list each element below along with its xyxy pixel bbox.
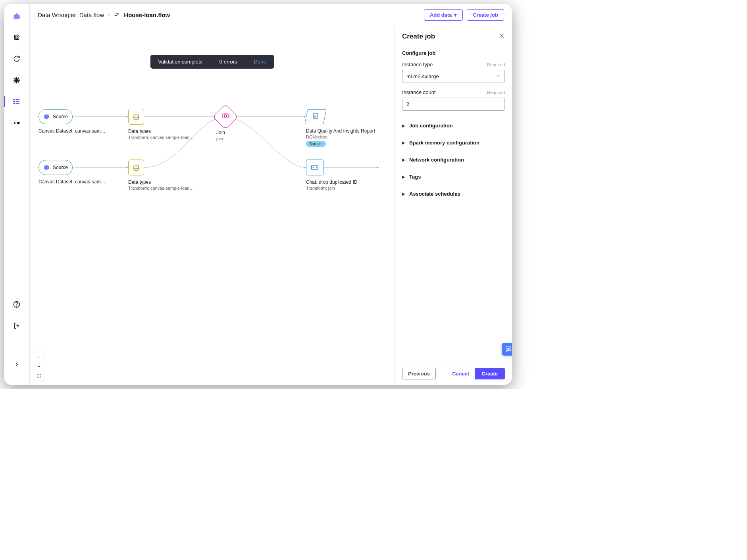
instance-type-required: Required (487, 62, 505, 67)
chevron-down-icon (496, 73, 501, 79)
node-types-2-title: Data types (128, 179, 196, 185)
instance-count-input[interactable] (406, 101, 501, 107)
instance-type-value: ml.m5.4xlarge (406, 73, 439, 79)
accordion-job-config[interactable]: ▶Job configuration (402, 117, 505, 134)
node-types-1[interactable]: Data types Transform: canvas-sample-loan… (128, 109, 208, 140)
venn-icon (221, 112, 230, 122)
close-icon[interactable] (499, 33, 505, 40)
dots-icon[interactable] (12, 118, 21, 128)
node-source-2-label: Source (53, 165, 68, 170)
accordion-tags[interactable]: ▶Tags (402, 168, 505, 185)
node-dqi-title: Data Quality And Insights Report (306, 128, 385, 134)
create-job-button[interactable]: Create job (467, 9, 504, 21)
node-chat-sub: Transform: join (306, 186, 374, 191)
node-dqi-sub: DQI-before (306, 135, 374, 139)
panel-title: Create job (402, 33, 435, 40)
svg-rect-19 (312, 165, 318, 170)
node-dqi[interactable]: Data Quality And Insights Report DQI-bef… (306, 109, 385, 147)
report-icon (312, 112, 319, 121)
instance-type-select[interactable]: ml.m5.4xlarge (402, 70, 505, 83)
caret-right-icon: ▶ (402, 123, 405, 128)
previous-button[interactable]: Previous (402, 368, 436, 379)
add-data-button[interactable]: Add data▾ (424, 9, 463, 21)
accordion-schedules-label: Associate schedules (409, 191, 460, 197)
zoom-out-button[interactable]: − (34, 362, 44, 371)
refresh-icon[interactable] (12, 54, 21, 64)
accordion-schedules[interactable]: ▶Associate schedules (402, 185, 505, 202)
node-chat-title: Chat: drop duplicated ID (306, 179, 374, 185)
loop-icon (310, 163, 319, 172)
svg-point-14 (134, 114, 139, 116)
svg-rect-0 (15, 35, 19, 40)
cancel-button[interactable]: Cancel (452, 371, 469, 377)
accordion-tags-label: Tags (409, 174, 421, 180)
validation-toast: Validation complete 0 errors Done (150, 55, 274, 69)
toast-message: Validation complete (158, 59, 203, 65)
node-source-2-sub: Canvas Dataset: canvas-sample-loans-… (39, 179, 106, 185)
left-nav (4, 4, 30, 385)
create-button[interactable]: Create (475, 368, 505, 379)
accordion-network[interactable]: ▶Network configuration (402, 151, 505, 168)
accordion-job-config-label: Job configuration (409, 123, 453, 129)
flow-edges (30, 26, 395, 385)
add-data-label: Add data (430, 12, 452, 18)
node-types-1-title: Data types (128, 129, 196, 134)
sample-badge: Sample (306, 141, 326, 147)
instance-type-label: Instance type (402, 62, 433, 67)
chevron-right-icon: › (108, 12, 110, 18)
svg-point-6 (17, 122, 20, 125)
database-icon (132, 164, 140, 171)
caret-down-icon: ▾ (454, 12, 457, 18)
flow-canvas[interactable]: Validation complete 0 errors Done (30, 26, 395, 385)
node-source-2[interactable]: Source Canvas Dataset: canvas-sample-loa… (39, 160, 118, 185)
breadcrumb-file[interactable]: House-loan.flow (124, 12, 170, 18)
svg-point-5 (14, 122, 15, 123)
svg-point-18 (134, 165, 139, 167)
topbar: Data Wrangler: Data flow › House-loan.fl… (30, 4, 512, 26)
svg-point-2 (13, 99, 15, 100)
cube-icon (43, 164, 50, 171)
accordion-spark[interactable]: ▶Spark memory configuration (402, 134, 505, 151)
logout-icon[interactable] (12, 321, 21, 331)
create-job-panel: Create job Configure job Instance type R… (395, 26, 512, 385)
chat-fab[interactable] (502, 343, 512, 356)
cube-icon (43, 114, 50, 120)
list-icon[interactable] (12, 97, 21, 106)
instance-count-input-wrap (402, 98, 505, 111)
caret-right-icon: ▶ (402, 192, 405, 196)
node-source-1-label: Source (53, 114, 68, 119)
caret-right-icon: ▶ (402, 140, 405, 145)
node-types-2[interactable]: Data types Transform: canvas-sample-loan… (128, 160, 208, 191)
breadcrumb: Data Wrangler: Data flow › House-loan.fl… (38, 11, 170, 19)
zoom-fit-button[interactable] (34, 371, 44, 381)
node-types-2-sub: Transform: canvas-sample-loans-part-… (128, 186, 196, 191)
configure-job-heading: Configure job (402, 50, 505, 56)
zoom-in-button[interactable]: + (34, 352, 44, 362)
breadcrumb-root[interactable]: Data Wrangler: Data flow (38, 12, 104, 18)
svg-point-4 (13, 103, 15, 104)
caret-right-icon: ▶ (402, 175, 405, 179)
node-chat[interactable]: Chat: drop duplicated ID Transform: join (306, 160, 385, 191)
toast-errors: 0 errors (219, 59, 237, 65)
toast-done-button[interactable]: Done (254, 59, 266, 65)
expand-nav-icon[interactable] (12, 360, 21, 369)
main: Data Wrangler: Data flow › House-loan.fl… (30, 4, 512, 385)
node-join-title: Join (216, 130, 284, 135)
node-join[interactable]: Join join (216, 108, 296, 141)
instance-count-label: Instance count (402, 89, 436, 95)
accordion-spark-label: Spark memory configuration (409, 140, 479, 146)
svg-point-3 (13, 101, 15, 102)
flow-icon (114, 11, 120, 19)
instance-count-required: Required (487, 90, 505, 95)
svg-rect-1 (15, 36, 18, 38)
asterisk-icon[interactable] (12, 75, 21, 85)
svg-point-8 (16, 306, 17, 306)
chip-icon[interactable] (12, 33, 21, 42)
node-types-1-sub: Transform: canvas-sample-loans-part-… (128, 135, 196, 140)
node-join-sub: join (216, 136, 284, 141)
database-icon (132, 113, 140, 121)
help-icon[interactable] (12, 300, 21, 309)
home-icon[interactable] (12, 11, 21, 21)
node-source-1[interactable]: Source Canvas Dataset: canvas-sample-loa… (39, 109, 118, 134)
zoom-controls: + − (34, 352, 44, 381)
